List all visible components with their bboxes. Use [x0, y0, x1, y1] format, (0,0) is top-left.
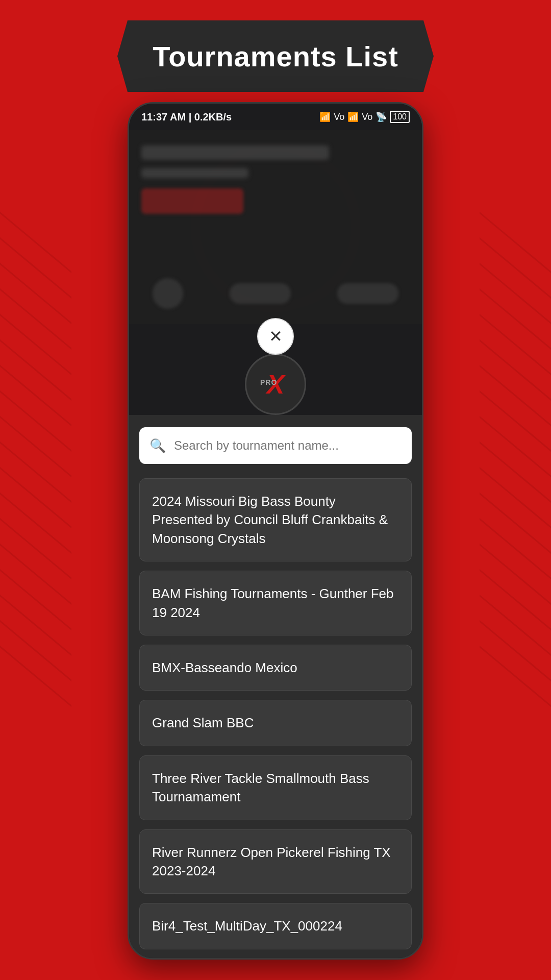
svg-line-31: [480, 536, 551, 612]
blurred-cta-button: [141, 188, 243, 214]
battery-icon: 100: [390, 111, 410, 123]
svg-line-25: [480, 383, 551, 459]
svg-line-19: [480, 230, 551, 306]
svg-line-16: [0, 612, 71, 689]
tournament-item-2[interactable]: BAM Fishing Tournaments - Gunther Feb 19…: [139, 571, 412, 635]
tournament-name-2: BAM Fishing Tournaments - Gunther Feb 19…: [152, 586, 394, 620]
svg-line-5: [0, 332, 71, 408]
svg-line-4: [0, 306, 71, 383]
logo-pro-label: PRO: [260, 378, 277, 386]
tournament-name-6: River Runnerz Open Pickerel Fishing TX 2…: [152, 845, 391, 878]
status-icons: 📶 Vo 📶 Vo 📡 100: [319, 111, 410, 123]
tournament-name-7: Bir4_Test_MultiDay_TX_000224: [152, 918, 342, 934]
signal-icon: 📶: [319, 111, 331, 122]
svg-line-27: [480, 434, 551, 510]
svg-line-33: [480, 587, 551, 664]
tournament-item-5[interactable]: Three River Tackle Smallmouth Bass Tourn…: [139, 755, 412, 820]
svg-line-17: [0, 638, 71, 715]
blurred-nav-icon-1: [153, 278, 183, 309]
close-button[interactable]: ✕: [257, 318, 294, 355]
svg-line-35: [480, 638, 551, 715]
svg-line-32: [480, 561, 551, 638]
tournament-name-5: Three River Tackle Smallmouth Bass Tourn…: [152, 771, 369, 804]
svg-line-9: [0, 434, 71, 510]
close-icon: ✕: [269, 328, 283, 345]
tournament-item-1[interactable]: 2024 Missouri Big Bass Bounty Presented …: [139, 478, 412, 561]
blurred-bar-2: [141, 168, 248, 178]
svg-line-29: [480, 485, 551, 561]
svg-line-24: [480, 357, 551, 434]
svg-line-11: [0, 485, 71, 561]
svg-line-34: [480, 612, 551, 689]
svg-line-14: [0, 561, 71, 638]
tournament-name-1: 2024 Missouri Big Bass Bounty Presented …: [152, 494, 388, 546]
svg-line-18: [480, 204, 551, 281]
svg-line-2: [0, 255, 71, 332]
svg-line-1: [0, 230, 71, 306]
logo-area: X PRO: [245, 354, 306, 415]
tournament-name-4: Grand Slam BBC: [152, 715, 254, 730]
search-icon: 🔍: [149, 438, 166, 454]
search-input[interactable]: [174, 438, 402, 453]
wifi3-icon: 📡: [375, 111, 387, 122]
svg-line-3: [0, 281, 71, 357]
search-bar[interactable]: 🔍: [139, 427, 412, 464]
tournament-name-3: BMX-Basseando Mexico: [152, 660, 297, 675]
tournament-item-3[interactable]: BMX-Basseando Mexico: [139, 645, 412, 691]
blurred-app-content: [141, 140, 410, 214]
svg-line-15: [0, 587, 71, 664]
svg-line-22: [480, 306, 551, 383]
svg-line-20: [480, 255, 551, 332]
tournament-item-7[interactable]: Bir4_Test_MultiDay_TX_000224: [139, 903, 412, 949]
main-content: 🔍 2024 Missouri Big Bass Bounty Presente…: [129, 415, 422, 958]
svg-line-12: [0, 510, 71, 587]
svg-line-7: [0, 383, 71, 459]
svg-line-0: [0, 204, 71, 281]
tournament-item-6[interactable]: River Runnerz Open Pickerel Fishing TX 2…: [139, 829, 412, 894]
signal2-icon: 📶: [347, 111, 359, 122]
status-time: 11:37 AM | 0.2KB/s: [141, 111, 232, 123]
wifi-icon: Vo: [334, 112, 344, 122]
logo-circle: X PRO: [245, 354, 306, 415]
svg-line-10: [0, 459, 71, 536]
blurred-nav-item-2: [337, 283, 398, 304]
tournament-item-4[interactable]: Grand Slam BBC: [139, 700, 412, 746]
svg-line-21: [480, 281, 551, 357]
svg-line-8: [0, 408, 71, 485]
svg-line-23: [480, 332, 551, 408]
wifi2-icon: Vo: [362, 112, 372, 122]
svg-line-26: [480, 408, 551, 485]
blurred-nav-item-1: [230, 283, 291, 304]
status-bar: 11:37 AM | 0.2KB/s 📶 Vo 📶 Vo 📡 100: [129, 104, 422, 130]
svg-line-30: [480, 510, 551, 587]
svg-line-28: [480, 459, 551, 536]
blurred-nav-icons: [129, 278, 422, 309]
blurred-bar-1: [141, 145, 329, 160]
title-banner: Tournaments List: [117, 20, 434, 92]
tournament-list: 2024 Missouri Big Bass Bounty Presented …: [139, 478, 412, 949]
svg-line-13: [0, 536, 71, 612]
phone-frame: 11:37 AM | 0.2KB/s 📶 Vo 📶 Vo 📡 100: [128, 102, 423, 960]
svg-line-6: [0, 357, 71, 434]
page-title: Tournaments List: [153, 40, 398, 73]
blurred-header: [129, 130, 422, 324]
